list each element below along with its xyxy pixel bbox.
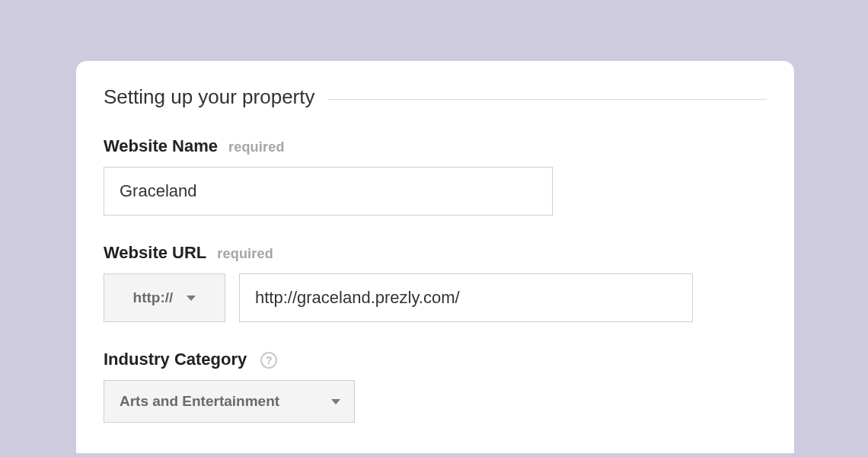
industry-category-value: Arts and Entertainment	[120, 393, 279, 410]
property-setup-card: Setting up your property Website Name re…	[76, 61, 794, 453]
section-header: Setting up your property	[104, 85, 767, 109]
website-name-label: Website Name	[104, 136, 218, 156]
section-title: Setting up your property	[104, 85, 315, 109]
field-website-name: Website Name required	[104, 136, 767, 216]
field-label-row: Website Name required	[104, 136, 767, 156]
industry-category-select[interactable]: Arts and Entertainment	[104, 380, 355, 423]
field-label-row: Website URL required	[104, 243, 767, 263]
industry-category-label: Industry Category	[104, 350, 247, 369]
url-row: http://	[104, 273, 767, 322]
section-divider	[327, 99, 767, 100]
website-url-input[interactable]	[239, 273, 693, 322]
required-tag: required	[228, 139, 285, 155]
protocol-select[interactable]: http://	[104, 273, 225, 322]
chevron-down-icon	[187, 296, 196, 301]
field-website-url: Website URL required http://	[104, 243, 767, 322]
website-name-input[interactable]	[104, 167, 553, 216]
chevron-down-icon	[331, 399, 340, 404]
help-icon[interactable]: ?	[260, 352, 277, 369]
field-industry-category: Industry Category ? Arts and Entertainme…	[104, 350, 767, 423]
protocol-value: http://	[133, 289, 174, 306]
field-label-row: Industry Category ?	[104, 350, 767, 369]
required-tag: required	[217, 246, 273, 262]
website-url-label: Website URL	[104, 243, 206, 263]
